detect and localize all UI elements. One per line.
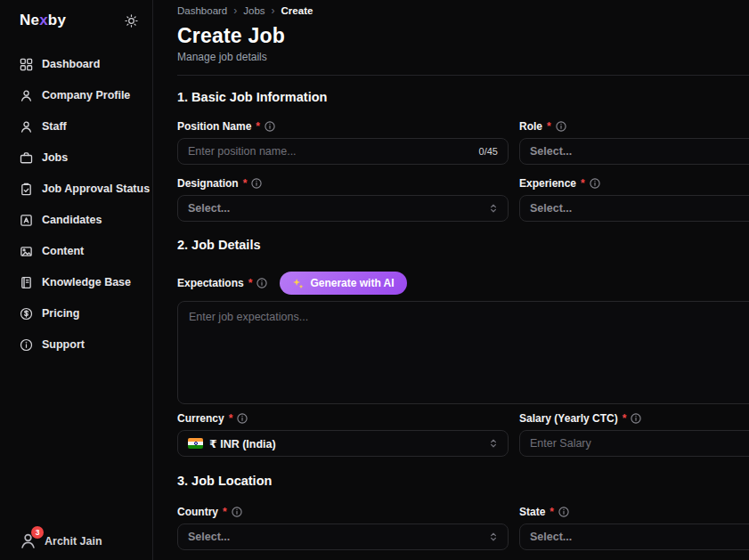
sidebar-item-label: Staff (42, 120, 67, 133)
chevrons-up-down-icon (488, 203, 499, 214)
designation-field: Designation * Select... (177, 177, 509, 222)
sidebar: Nexby Dashboard Company Profile Staff (0, 0, 153, 560)
generate-with-ai-button[interactable]: Generate with AI (280, 272, 406, 295)
salary-label: Salary (Yearly CTC) (519, 412, 618, 425)
required-marker: * (256, 120, 260, 133)
sidebar-item-label: Content (42, 245, 84, 257)
sidebar-item-label: Candidates (42, 214, 102, 226)
experience-select[interactable]: Select... (519, 195, 749, 222)
user-name: Archit Jain (45, 535, 102, 548)
sidebar-item-job-approval-status[interactable]: Job Approval Status (0, 179, 152, 199)
info-icon[interactable] (265, 121, 275, 132)
sidebar-item-label: Pricing (42, 307, 79, 320)
sidebar-item-dashboard[interactable]: Dashboard (0, 54, 152, 74)
state-field: State * Select... (519, 506, 749, 550)
sidebar-item-label: Jobs (42, 151, 68, 164)
currency-field: Currency * ₹ INR (India) (177, 412, 509, 457)
required-marker: * (550, 506, 554, 518)
breadcrumb-create: Create (281, 5, 313, 16)
briefcase-icon (20, 151, 33, 165)
user-avatar-icon: 3 (20, 532, 37, 549)
sidebar-item-candidates[interactable]: Candidates (0, 210, 152, 230)
clipboard-check-icon (20, 183, 33, 196)
currency-select[interactable]: ₹ INR (India) (177, 430, 509, 457)
chevrons-up-down-icon (488, 532, 499, 542)
chevron-right-icon: › (272, 4, 275, 17)
sidebar-item-support[interactable]: Support (0, 335, 152, 354)
expectations-label: Expectations (177, 277, 244, 289)
section-heading-details: 2. Job Details (177, 238, 749, 252)
page-title: Create Job (177, 24, 749, 48)
notification-badge: 3 (31, 526, 44, 539)
theme-toggle-sun-icon[interactable] (125, 14, 138, 28)
required-marker: * (547, 120, 551, 133)
user-icon (20, 120, 33, 134)
char-counter: 0/45 (479, 146, 498, 157)
expectations-textarea[interactable] (178, 302, 749, 403)
country-label: Country (177, 506, 218, 518)
image-icon (20, 245, 33, 258)
state-select[interactable]: Select... (519, 523, 749, 550)
salary-field: Salary (Yearly CTC) * (519, 412, 749, 457)
position-name-field: Position Name * 0/45 (177, 120, 509, 165)
position-name-input[interactable] (188, 145, 498, 158)
role-field: Role * Select... (519, 120, 749, 165)
role-select[interactable]: Select... (519, 138, 749, 165)
required-marker: * (229, 412, 233, 425)
sidebar-item-jobs[interactable]: Jobs (0, 148, 152, 167)
country-select[interactable]: Select... (177, 523, 509, 550)
main-content: Dashboard › Jobs › Create Create Job Man… (153, 0, 749, 560)
experience-field: Experience * Select... (519, 177, 749, 222)
breadcrumb: Dashboard › Jobs › Create (177, 4, 749, 17)
sidebar-item-pricing[interactable]: Pricing (0, 304, 152, 323)
page-subtitle: Manage job details (177, 51, 749, 63)
sidebar-item-label: Knowledge Base (42, 276, 131, 288)
required-marker: * (623, 412, 627, 425)
sidebar-item-content[interactable]: Content (0, 241, 152, 261)
designation-label: Designation (177, 177, 239, 190)
experience-label: Experience (519, 177, 576, 190)
sidebar-item-label: Support (42, 338, 85, 351)
user-icon (20, 89, 33, 102)
grid-icon (20, 58, 33, 71)
section-heading-location: 3. Job Location (177, 474, 749, 488)
sidebar-item-staff[interactable]: Staff (0, 117, 152, 136)
info-icon[interactable] (590, 178, 600, 189)
breadcrumb-jobs[interactable]: Jobs (243, 5, 265, 16)
app-logo: Nexby (20, 12, 66, 29)
book-icon (20, 276, 33, 289)
info-icon[interactable] (251, 178, 262, 189)
sparkles-icon (292, 278, 304, 289)
sidebar-nav: Dashboard Company Profile Staff Jobs Job… (0, 54, 152, 354)
info-icon[interactable] (232, 507, 242, 517)
chevron-right-icon: › (233, 4, 237, 17)
header-divider (177, 75, 749, 76)
info-icon[interactable] (558, 507, 569, 517)
required-marker: * (248, 277, 253, 289)
position-name-label: Position Name (177, 120, 251, 133)
sidebar-item-label: Job Approval Status (42, 183, 150, 195)
dollar-circle-icon (20, 307, 33, 321)
info-icon[interactable] (631, 413, 641, 424)
user-menu[interactable]: 3 Archit Jain (20, 532, 102, 549)
breadcrumb-dashboard[interactable]: Dashboard (177, 5, 227, 16)
required-marker: * (581, 177, 585, 190)
sidebar-item-label: Dashboard (42, 58, 100, 70)
info-icon[interactable] (556, 121, 566, 132)
chevrons-up-down-icon (488, 438, 499, 449)
currency-label: Currency (177, 412, 224, 425)
salary-input[interactable] (530, 437, 749, 450)
state-label: State (519, 506, 545, 518)
sidebar-item-company-profile[interactable]: Company Profile (0, 85, 152, 105)
required-marker: * (243, 177, 248, 190)
country-field: Country * Select... (177, 506, 509, 550)
info-icon[interactable] (237, 413, 248, 424)
sidebar-item-knowledge-base[interactable]: Knowledge Base (0, 272, 152, 292)
info-circle-icon (20, 338, 33, 352)
designation-select[interactable]: Select... (177, 195, 509, 222)
id-card-icon (20, 214, 33, 227)
sidebar-item-label: Company Profile (42, 89, 130, 101)
info-icon[interactable] (256, 278, 267, 288)
india-flag-icon (188, 438, 203, 449)
required-marker: * (223, 506, 227, 518)
